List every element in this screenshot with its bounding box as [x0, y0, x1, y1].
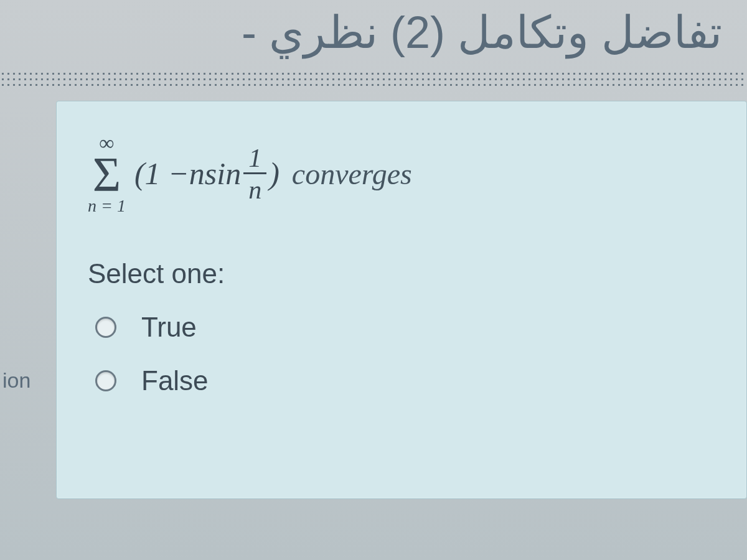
sigma-block: ∞ Σ n = 1 — [88, 133, 126, 215]
term-sin: sin — [205, 156, 241, 192]
close-paren: ) — [269, 156, 280, 192]
course-title: تفاضل وتكامل (2) نظري - — [25, 6, 722, 58]
option-true[interactable]: True — [88, 312, 715, 343]
question-card: ∞ Σ n = 1 ( 1 − n sin 1 n ) converges Se… — [56, 101, 747, 499]
separator-dotted — [0, 71, 747, 88]
fraction-numerator: 1 — [243, 145, 266, 174]
select-one-prompt: Select one: — [88, 258, 715, 289]
paren-group: ( 1 − n sin 1 n ) — [134, 145, 280, 203]
converges-text: converges — [292, 157, 412, 191]
open-paren: ( — [134, 156, 145, 192]
fraction-denominator: n — [248, 174, 261, 203]
option-label: False — [141, 365, 209, 396]
option-label: True — [141, 312, 197, 343]
term-n: n — [189, 156, 205, 192]
sigma-lower-limit: n = 1 — [88, 197, 126, 215]
radio-icon[interactable] — [95, 370, 116, 391]
sidebar-fragment: ion — [0, 368, 44, 393]
sigma-symbol: Σ — [93, 154, 121, 195]
math-expression: ∞ Σ n = 1 ( 1 − n sin 1 n ) converges — [88, 133, 715, 215]
radio-icon[interactable] — [95, 317, 116, 338]
page-header: تفاضل وتكامل (2) نظري - — [0, 0, 747, 71]
term-one: 1 − — [145, 156, 189, 192]
fraction: 1 n — [243, 145, 266, 203]
option-false[interactable]: False — [88, 365, 715, 396]
